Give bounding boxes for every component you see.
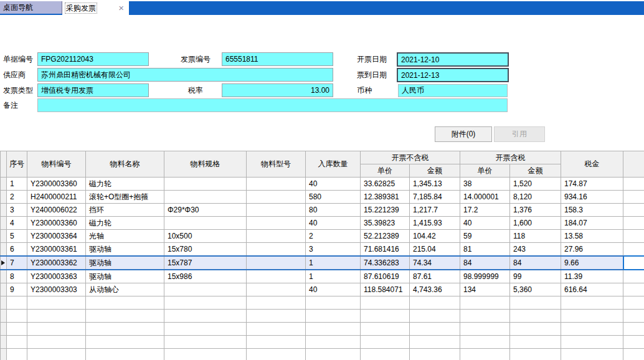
current-row-selector[interactable] <box>1 256 7 270</box>
cell[interactable]: 驱动轴 <box>86 270 164 283</box>
cell[interactable]: 27.96 <box>561 243 623 257</box>
cell[interactable]: 15.221239 <box>361 204 410 217</box>
cell[interactable]: 1,415.93 <box>410 217 460 230</box>
cell[interactable]: 71.681416 <box>361 243 410 257</box>
row-selector[interactable] <box>1 243 7 257</box>
cell[interactable]: 1,217.7 <box>410 204 460 217</box>
cell[interactable]: 35.39823 <box>361 217 410 230</box>
cell[interactable]: 6 <box>7 243 27 257</box>
cell[interactable]: 1 <box>7 178 27 191</box>
cell[interactable]: 40 <box>306 283 361 296</box>
cell[interactable]: 驱动轴 <box>86 243 164 257</box>
cell[interactable]: 215.04 <box>410 243 460 257</box>
cell[interactable]: 3 <box>306 243 361 257</box>
invoice-type-field[interactable] <box>37 83 149 97</box>
cell[interactable]: 13.58 <box>561 230 623 243</box>
cell[interactable] <box>623 204 644 217</box>
cell[interactable] <box>247 191 306 204</box>
cell[interactable]: 38 <box>460 178 510 191</box>
col-header-item-name[interactable]: 物料名称 <box>86 151 164 178</box>
cell[interactable] <box>623 178 644 191</box>
cell[interactable]: 5,360 <box>510 283 561 296</box>
cell[interactable]: 934.16 <box>561 191 623 204</box>
cell[interactable] <box>247 230 306 243</box>
cell[interactable]: 10x500 <box>164 230 247 243</box>
cell[interactable]: Y2400006022 <box>27 204 86 217</box>
cell[interactable]: 87.610619 <box>361 270 410 283</box>
cell[interactable]: 14.000001 <box>460 191 510 204</box>
cell[interactable]: 15x780 <box>164 243 247 257</box>
cell[interactable]: 2 <box>306 230 361 243</box>
cell[interactable]: 84 <box>510 256 561 270</box>
cell[interactable]: 磁力轮 <box>86 178 164 191</box>
cell[interactable] <box>247 178 306 191</box>
cell[interactable]: 9.66 <box>561 256 623 270</box>
cell[interactable] <box>247 217 306 230</box>
cell[interactable]: 1,520 <box>510 178 561 191</box>
cell[interactable]: 118.584071 <box>361 283 410 296</box>
col-header-tax[interactable]: 税金 <box>561 151 623 178</box>
tax-rate-field[interactable] <box>222 83 333 97</box>
col-header-qty-in[interactable]: 入库数量 <box>306 151 361 178</box>
invoice-no-field[interactable] <box>222 52 333 66</box>
cell[interactable]: 174.87 <box>561 178 623 191</box>
row-selector[interactable] <box>1 178 7 191</box>
cell[interactable] <box>247 204 306 217</box>
cell[interactable]: Y2300003362 <box>27 256 86 270</box>
row-selector[interactable] <box>1 191 7 204</box>
cell[interactable]: 40 <box>306 178 361 191</box>
tab-desktop-navigation[interactable]: 桌面导航 <box>0 1 62 14</box>
cell[interactable] <box>247 283 306 296</box>
cell[interactable] <box>164 191 247 204</box>
attachment-button[interactable]: 附件(0) <box>435 126 492 142</box>
arrival-date-field[interactable] <box>397 68 509 82</box>
cell[interactable]: 40 <box>460 217 510 230</box>
row-selector[interactable] <box>1 204 7 217</box>
col-header-item-code[interactable]: 物料编号 <box>27 151 86 178</box>
cell[interactable]: 1,345.13 <box>410 178 460 191</box>
col-header-item-spec[interactable]: 物料规格 <box>164 151 247 178</box>
cell[interactable]: Y2300003360 <box>27 217 86 230</box>
cell[interactable]: 3 <box>7 204 27 217</box>
cell[interactable]: 33.62825 <box>361 178 410 191</box>
col-group-excl-tax[interactable]: 开票不含税 <box>361 151 460 164</box>
col-header-amount-incl[interactable]: 金额 <box>510 164 561 178</box>
cell[interactable]: Y2300003364 <box>27 230 86 243</box>
invoice-date-field[interactable] <box>397 52 509 67</box>
cell[interactable]: 1,600 <box>510 217 561 230</box>
cell[interactable]: 光轴 <box>86 230 164 243</box>
cell[interactable]: 15x986 <box>164 270 247 283</box>
cell[interactable]: 9 <box>7 283 27 296</box>
currency-field[interactable] <box>398 84 508 97</box>
supplier-field[interactable] <box>37 68 333 82</box>
cell[interactable]: 184.07 <box>561 217 623 230</box>
cell[interactable]: 5 <box>7 230 27 243</box>
cell[interactable]: 134 <box>460 283 510 296</box>
cell[interactable]: 59 <box>460 230 510 243</box>
cell[interactable]: Y2300003360 <box>27 178 86 191</box>
cell[interactable]: 1 <box>306 270 361 283</box>
cell[interactable]: Y2300003363 <box>27 270 86 283</box>
cell[interactable] <box>623 270 644 283</box>
cell[interactable]: 84 <box>460 256 510 270</box>
cell[interactable]: 81 <box>460 243 510 257</box>
col-header-unit-price-excl[interactable]: 单价 <box>361 164 410 178</box>
cell[interactable]: 滚轮+O型圈+抱箍 <box>86 191 164 204</box>
cell[interactable] <box>623 191 644 204</box>
cell[interactable]: H2400000211 <box>27 191 86 204</box>
cell[interactable]: 80 <box>306 204 361 217</box>
cell[interactable]: 11.39 <box>561 270 623 283</box>
cell[interactable]: 7 <box>7 256 27 270</box>
col-header-unit-price-incl[interactable]: 单价 <box>460 164 510 178</box>
cell[interactable]: 40 <box>306 217 361 230</box>
col-header-seq[interactable]: 序号 <box>7 151 27 178</box>
cell[interactable]: 118 <box>510 230 561 243</box>
cell[interactable] <box>623 230 644 243</box>
cell[interactable]: 17.2 <box>460 204 510 217</box>
cell[interactable]: 4 <box>7 217 27 230</box>
cell[interactable] <box>623 217 644 230</box>
cell[interactable] <box>247 243 306 257</box>
cell[interactable]: 15x787 <box>164 256 247 270</box>
remark-field[interactable] <box>37 98 508 112</box>
tab-purchase-invoice[interactable]: 采购发票 × <box>62 1 129 15</box>
